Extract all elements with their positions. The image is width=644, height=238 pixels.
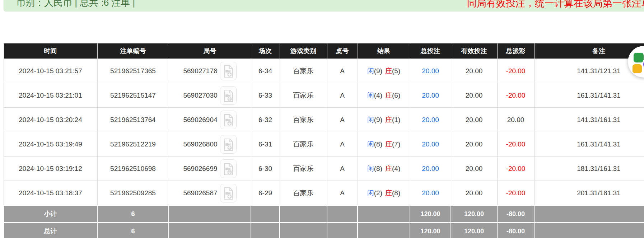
total-bet-link[interactable]: 20.00 (422, 189, 439, 197)
cell-remark: 201.31/181.31 (534, 181, 644, 206)
video-replay-button[interactable] (220, 184, 237, 202)
table-row: 2024-10-15 03:18:37 521962509285 5690265… (4, 181, 644, 206)
video-replay-button[interactable] (220, 135, 237, 154)
cell-time: 2024-10-15 03:21:57 (4, 59, 97, 83)
video-file-icon (223, 113, 234, 127)
table-header: 时间 注单编号 局号 场次 游戏类别 桌号 结果 总投注 有效投注 总派彩 备注 (4, 43, 644, 59)
cell-bet-id: 521962509285 (97, 181, 169, 206)
header-session: 场次 (251, 43, 280, 59)
total-row: 总计 6 120.00 120.00 -80.00 (4, 223, 644, 238)
video-replay-button[interactable] (220, 62, 237, 80)
subtotal-payout: -80.00 (497, 205, 534, 223)
subtotal-label: 小计 (4, 205, 97, 223)
cell-payout: -20.00 (497, 181, 534, 206)
cell-time: 2024-10-15 03:19:12 (4, 157, 97, 181)
cell-game-type: 百家乐 (280, 83, 327, 108)
cell-bet-id: 521962513764 (97, 108, 169, 132)
cell-round-id: 569027178 (169, 59, 251, 83)
cell-remark: 181.31/161.31 (534, 157, 644, 181)
cell-bet-id: 521962515147 (97, 83, 169, 108)
subtotal-row: 小计 6 120.00 120.00 -80.00 (4, 205, 644, 223)
currency-total-text: 币别：人民币 | 总共 :6 注单 | (16, 0, 135, 9)
cell-round-id: 569026699 (169, 157, 251, 181)
total-label: 总计 (4, 223, 97, 238)
cell-game-type: 百家乐 (280, 157, 327, 181)
cell-bet-id: 521962512219 (97, 132, 169, 157)
cell-valid-bet: 20.00 (451, 83, 497, 108)
video-replay-button[interactable] (220, 86, 237, 105)
total-count: 6 (97, 223, 169, 238)
cell-table-no: A (327, 157, 358, 181)
cell-table-no: A (327, 132, 358, 157)
cell-session: 6-29 (251, 181, 280, 206)
cell-total-bet: 20.00 (410, 83, 451, 108)
cell-total-bet: 20.00 (410, 108, 451, 132)
cell-table-no: A (327, 59, 358, 83)
cell-time: 2024-10-15 03:18:37 (4, 181, 97, 206)
cell-valid-bet: 20.00 (451, 108, 497, 132)
cell-game-type: 百家乐 (280, 132, 327, 157)
table-body: 2024-10-15 03:21:57 521962517365 5690271… (4, 59, 644, 206)
table-row: 2024-10-15 03:20:24 521962513764 5690269… (4, 108, 644, 132)
cell-payout: -20.00 (497, 157, 534, 181)
cell-result: 闲(2)庄(8) (358, 181, 410, 206)
header-payout: 总派彩 (497, 43, 534, 59)
cell-session: 6-30 (251, 157, 280, 181)
header-time: 时间 (4, 43, 97, 59)
video-file-icon (223, 65, 234, 78)
total-bet-link[interactable]: 20.00 (422, 140, 439, 148)
header-total-bet: 总投注 (410, 43, 451, 59)
cell-remark: 141.31/161.31 (534, 108, 644, 132)
cell-round-id: 569026800 (169, 132, 251, 157)
cell-result: 闲(8)庄(4) (358, 157, 410, 181)
total-bet-link[interactable]: 20.00 (422, 92, 439, 99)
cell-session: 6-31 (251, 132, 280, 157)
cell-valid-bet: 20.00 (451, 157, 497, 181)
cell-payout: -20.00 (497, 83, 534, 108)
cell-game-type: 百家乐 (280, 181, 327, 206)
table-row: 2024-10-15 03:21:57 521962517365 5690271… (4, 59, 644, 83)
cell-remark: 161.31/141.31 (534, 132, 644, 157)
video-file-icon (223, 162, 234, 176)
cell-remark: 161.31/141.31 (534, 83, 644, 108)
table-row: 2024-10-15 03:19:49 521962512219 5690268… (4, 132, 644, 157)
cell-result: 闲(8)庄(7) (358, 132, 410, 157)
total-valid-bet: 120.00 (451, 223, 497, 238)
cell-payout: -20.00 (497, 132, 534, 157)
cell-time: 2024-10-15 03:20:24 (4, 108, 97, 132)
cell-round-id: 569026904 (169, 108, 251, 132)
cell-bet-id: 521962510698 (97, 157, 169, 181)
green-square-icon (634, 53, 644, 62)
total-bet-link[interactable]: 20.00 (422, 165, 439, 172)
subtotal-count: 6 (97, 205, 169, 223)
cell-result: 闲(4)庄(6) (358, 83, 410, 108)
total-bet-link[interactable]: 20.00 (422, 116, 439, 123)
video-file-icon (223, 187, 234, 200)
currency-summary-bar: 币别：人民币 | 总共 :6 注单 | 同局有效投注，统一计算在该局第一张注单 (4, 0, 644, 11)
cell-round-id: 569026587 (169, 181, 251, 206)
subtotal-valid-bet: 120.00 (451, 205, 497, 223)
cell-table-no: A (327, 83, 358, 108)
total-bet-link[interactable]: 20.00 (422, 67, 439, 75)
cell-valid-bet: 20.00 (451, 132, 497, 157)
table-row: 2024-10-15 03:19:12 521962510698 5690266… (4, 157, 644, 181)
cell-bet-id: 521962517365 (97, 59, 169, 83)
header-result: 结果 (358, 43, 410, 59)
cell-round-id: 569027030 (169, 83, 251, 108)
header-round-id: 局号 (169, 43, 251, 59)
total-payout: -80.00 (497, 223, 534, 238)
header-bet-id: 注单编号 (97, 43, 169, 59)
cell-payout: -20.00 (497, 59, 534, 83)
cell-valid-bet: 20.00 (451, 59, 497, 83)
cell-total-bet: 20.00 (410, 59, 451, 83)
header-valid-bet: 有效投注 (451, 43, 497, 59)
cell-total-bet: 20.00 (410, 132, 451, 157)
video-replay-button[interactable] (220, 111, 237, 129)
header-remark: 备注 (534, 43, 644, 59)
cell-result: 闲(9)庄(5) (358, 59, 410, 83)
cell-game-type: 百家乐 (280, 108, 327, 132)
video-replay-button[interactable] (220, 159, 237, 178)
cell-session: 6-34 (251, 59, 280, 83)
table-summary: 小计 6 120.00 120.00 -80.00 总计 6 120.00 12… (4, 205, 644, 238)
header-table-no: 桌号 (327, 43, 358, 59)
